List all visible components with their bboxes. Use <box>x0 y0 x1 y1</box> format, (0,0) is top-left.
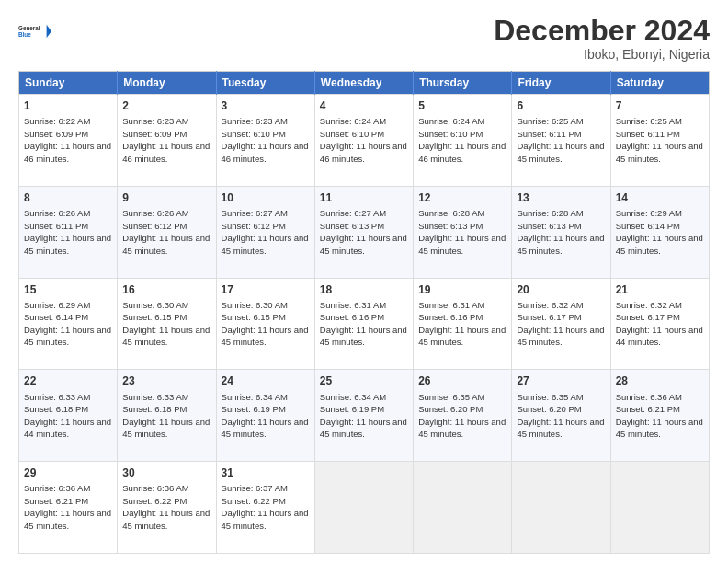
day-number: 11 <box>320 190 408 205</box>
day-detail: Sunrise: 6:36 AMSunset: 6:21 PMDaylight:… <box>616 392 703 440</box>
days-of-week-row: SundayMondayTuesdayWednesdayThursdayFrid… <box>19 72 710 95</box>
day-number: 25 <box>320 373 408 388</box>
header: General Blue December 2024 Iboko, Ebonyi… <box>18 15 710 62</box>
day-detail: Sunrise: 6:22 AMSunset: 6:09 PMDaylight:… <box>24 116 111 164</box>
calendar-week-row: 15 Sunrise: 6:29 AMSunset: 6:14 PMDaylig… <box>19 278 710 370</box>
day-detail: Sunrise: 6:37 AMSunset: 6:22 PMDaylight:… <box>222 483 309 531</box>
day-of-week-header: Thursday <box>414 72 512 95</box>
calendar-table: SundayMondayTuesdayWednesdayThursdayFrid… <box>18 71 710 554</box>
logo: General Blue <box>18 15 51 48</box>
calendar-day-cell: 15 Sunrise: 6:29 AMSunset: 6:14 PMDaylig… <box>19 278 118 370</box>
day-detail: Sunrise: 6:29 AMSunset: 6:14 PMDaylight:… <box>616 208 703 256</box>
day-detail: Sunrise: 6:31 AMSunset: 6:16 PMDaylight:… <box>418 300 506 348</box>
calendar-day-cell: 5 Sunrise: 6:24 AMSunset: 6:10 PMDayligh… <box>414 95 512 187</box>
day-number: 12 <box>418 190 506 205</box>
calendar-day-cell: 21 Sunrise: 6:32 AMSunset: 6:17 PMDaylig… <box>610 278 709 370</box>
day-detail: Sunrise: 6:29 AMSunset: 6:14 PMDaylight:… <box>24 300 111 348</box>
day-detail: Sunrise: 6:34 AMSunset: 6:19 PMDaylight:… <box>222 392 309 440</box>
svg-text:Blue: Blue <box>18 31 31 38</box>
calendar-day-cell: 4 Sunrise: 6:24 AMSunset: 6:10 PMDayligh… <box>314 95 413 187</box>
calendar-day-cell <box>314 462 413 554</box>
day-number: 27 <box>517 373 605 388</box>
calendar-day-cell: 30 Sunrise: 6:36 AMSunset: 6:22 PMDaylig… <box>118 462 216 554</box>
calendar-day-cell: 6 Sunrise: 6:25 AMSunset: 6:11 PMDayligh… <box>512 95 610 187</box>
day-number: 4 <box>320 98 408 113</box>
calendar-day-cell: 1 Sunrise: 6:22 AMSunset: 6:09 PMDayligh… <box>19 95 118 187</box>
calendar-week-row: 1 Sunrise: 6:22 AMSunset: 6:09 PMDayligh… <box>19 95 710 187</box>
calendar-day-cell: 14 Sunrise: 6:29 AMSunset: 6:14 PMDaylig… <box>610 186 709 278</box>
day-number: 3 <box>222 98 310 113</box>
calendar-day-cell: 27 Sunrise: 6:35 AMSunset: 6:20 PMDaylig… <box>512 370 610 462</box>
calendar-day-cell: 19 Sunrise: 6:31 AMSunset: 6:16 PMDaylig… <box>414 278 512 370</box>
day-detail: Sunrise: 6:32 AMSunset: 6:17 PMDaylight:… <box>616 300 703 348</box>
day-number: 31 <box>222 465 310 480</box>
day-detail: Sunrise: 6:23 AMSunset: 6:09 PMDaylight:… <box>122 116 210 164</box>
calendar-day-cell: 31 Sunrise: 6:37 AMSunset: 6:22 PMDaylig… <box>216 462 314 554</box>
calendar-day-cell: 2 Sunrise: 6:23 AMSunset: 6:09 PMDayligh… <box>118 95 216 187</box>
day-detail: Sunrise: 6:28 AMSunset: 6:13 PMDaylight:… <box>418 208 506 256</box>
day-number: 20 <box>517 282 605 297</box>
calendar-day-cell: 7 Sunrise: 6:25 AMSunset: 6:11 PMDayligh… <box>610 95 709 187</box>
day-number: 22 <box>24 373 112 388</box>
calendar-week-row: 8 Sunrise: 6:26 AMSunset: 6:11 PMDayligh… <box>19 186 710 278</box>
page-subtitle: Iboko, Ebonyi, Nigeria <box>494 47 710 62</box>
day-of-week-header: Saturday <box>610 72 709 95</box>
day-detail: Sunrise: 6:35 AMSunset: 6:20 PMDaylight:… <box>418 392 506 440</box>
day-number: 9 <box>122 190 210 205</box>
day-number: 26 <box>418 373 506 388</box>
calendar-day-cell <box>414 462 512 554</box>
calendar-week-row: 22 Sunrise: 6:33 AMSunset: 6:18 PMDaylig… <box>19 370 710 462</box>
day-of-week-header: Monday <box>118 72 216 95</box>
calendar-day-cell: 22 Sunrise: 6:33 AMSunset: 6:18 PMDaylig… <box>19 370 118 462</box>
day-number: 29 <box>24 465 112 480</box>
day-number: 8 <box>24 190 112 205</box>
day-number: 19 <box>418 282 506 297</box>
day-detail: Sunrise: 6:36 AMSunset: 6:21 PMDaylight:… <box>24 483 111 531</box>
day-number: 14 <box>616 190 704 205</box>
calendar-day-cell: 25 Sunrise: 6:34 AMSunset: 6:19 PMDaylig… <box>314 370 413 462</box>
day-detail: Sunrise: 6:27 AMSunset: 6:12 PMDaylight:… <box>222 208 309 256</box>
day-number: 21 <box>616 282 704 297</box>
logo-svg: General Blue <box>18 15 51 48</box>
day-number: 16 <box>122 282 210 297</box>
day-detail: Sunrise: 6:36 AMSunset: 6:22 PMDaylight:… <box>122 483 210 531</box>
calendar-day-cell: 8 Sunrise: 6:26 AMSunset: 6:11 PMDayligh… <box>19 186 118 278</box>
day-detail: Sunrise: 6:28 AMSunset: 6:13 PMDaylight:… <box>517 208 604 256</box>
day-detail: Sunrise: 6:30 AMSunset: 6:15 PMDaylight:… <box>222 300 309 348</box>
calendar-day-cell <box>610 462 709 554</box>
day-number: 24 <box>222 373 310 388</box>
day-detail: Sunrise: 6:31 AMSunset: 6:16 PMDaylight:… <box>320 300 407 348</box>
day-detail: Sunrise: 6:27 AMSunset: 6:13 PMDaylight:… <box>320 208 407 256</box>
day-detail: Sunrise: 6:30 AMSunset: 6:15 PMDaylight:… <box>122 300 210 348</box>
day-number: 13 <box>517 190 605 205</box>
day-detail: Sunrise: 6:33 AMSunset: 6:18 PMDaylight:… <box>122 392 210 440</box>
day-number: 10 <box>222 190 310 205</box>
day-detail: Sunrise: 6:26 AMSunset: 6:12 PMDaylight:… <box>122 208 210 256</box>
calendar-day-cell: 29 Sunrise: 6:36 AMSunset: 6:21 PMDaylig… <box>19 462 118 554</box>
day-number: 30 <box>122 465 210 480</box>
calendar-day-cell <box>512 462 610 554</box>
calendar-day-cell: 3 Sunrise: 6:23 AMSunset: 6:10 PMDayligh… <box>216 95 314 187</box>
calendar-day-cell: 18 Sunrise: 6:31 AMSunset: 6:16 PMDaylig… <box>314 278 413 370</box>
svg-marker-2 <box>47 25 51 38</box>
day-detail: Sunrise: 6:26 AMSunset: 6:11 PMDaylight:… <box>24 208 111 256</box>
title-block: December 2024 Iboko, Ebonyi, Nigeria <box>494 15 710 62</box>
calendar-day-cell: 13 Sunrise: 6:28 AMSunset: 6:13 PMDaylig… <box>512 186 610 278</box>
day-number: 1 <box>24 98 112 113</box>
day-number: 5 <box>418 98 506 113</box>
day-number: 6 <box>517 98 605 113</box>
day-detail: Sunrise: 6:25 AMSunset: 6:11 PMDaylight:… <box>517 116 604 164</box>
page-title: December 2024 <box>494 15 710 47</box>
day-of-week-header: Sunday <box>19 72 118 95</box>
calendar-day-cell: 12 Sunrise: 6:28 AMSunset: 6:13 PMDaylig… <box>414 186 512 278</box>
page: General Blue December 2024 Iboko, Ebonyi… <box>0 0 728 563</box>
day-of-week-header: Tuesday <box>216 72 314 95</box>
day-detail: Sunrise: 6:35 AMSunset: 6:20 PMDaylight:… <box>517 392 604 440</box>
day-detail: Sunrise: 6:34 AMSunset: 6:19 PMDaylight:… <box>320 392 407 440</box>
calendar-day-cell: 16 Sunrise: 6:30 AMSunset: 6:15 PMDaylig… <box>118 278 216 370</box>
calendar-day-cell: 11 Sunrise: 6:27 AMSunset: 6:13 PMDaylig… <box>314 186 413 278</box>
day-detail: Sunrise: 6:24 AMSunset: 6:10 PMDaylight:… <box>320 116 407 164</box>
calendar-day-cell: 23 Sunrise: 6:33 AMSunset: 6:18 PMDaylig… <box>118 370 216 462</box>
day-of-week-header: Wednesday <box>314 72 413 95</box>
calendar-week-row: 29 Sunrise: 6:36 AMSunset: 6:21 PMDaylig… <box>19 462 710 554</box>
